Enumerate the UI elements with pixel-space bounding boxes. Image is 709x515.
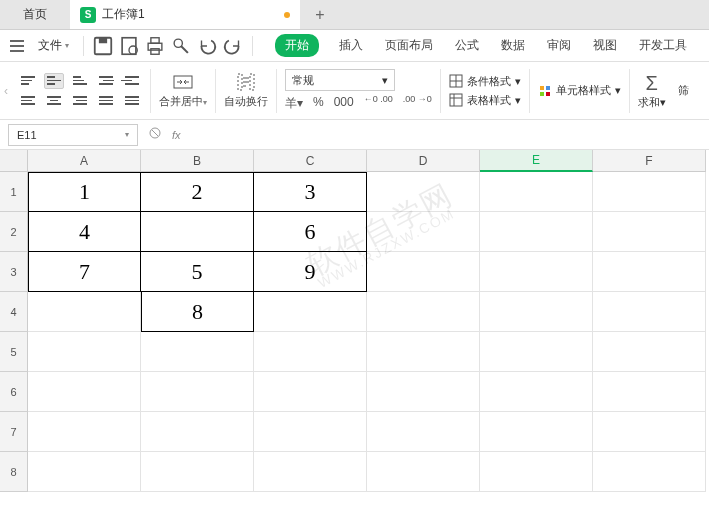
cell-e1[interactable] bbox=[480, 172, 593, 212]
cell-b5[interactable] bbox=[141, 332, 254, 372]
cell-c5[interactable] bbox=[254, 332, 367, 372]
wrap-text-button[interactable]: 自动换行 bbox=[216, 68, 276, 113]
cell-f2[interactable] bbox=[593, 212, 706, 252]
menu-tab-layout[interactable]: 页面布局 bbox=[383, 33, 435, 58]
decrease-decimal-button[interactable]: ←0 .00 bbox=[364, 95, 393, 112]
select-all-corner[interactable] bbox=[0, 150, 28, 172]
cell-f3[interactable] bbox=[593, 252, 706, 292]
row-header-5[interactable]: 5 bbox=[0, 332, 28, 372]
cell-a1[interactable]: 1 bbox=[28, 172, 141, 212]
cell-b2[interactable] bbox=[141, 212, 254, 252]
decrease-indent-icon[interactable] bbox=[96, 73, 116, 89]
fx-icon[interactable]: fx bbox=[172, 129, 181, 141]
align-right-icon[interactable] bbox=[70, 93, 90, 109]
autosum-button[interactable]: Σ 求和▾ bbox=[630, 68, 674, 114]
cell-f7[interactable] bbox=[593, 412, 706, 452]
menu-tab-insert[interactable]: 插入 bbox=[337, 33, 365, 58]
cell-f8[interactable] bbox=[593, 452, 706, 492]
menu-tab-view[interactable]: 视图 bbox=[591, 33, 619, 58]
file-menu[interactable]: 文件 ▾ bbox=[32, 33, 75, 58]
cell-e6[interactable] bbox=[480, 372, 593, 412]
cell-d7[interactable] bbox=[367, 412, 480, 452]
cell-b1[interactable]: 2 bbox=[141, 172, 254, 212]
cell-e7[interactable] bbox=[480, 412, 593, 452]
formula-input[interactable] bbox=[191, 124, 701, 146]
cell-c7[interactable] bbox=[254, 412, 367, 452]
cell-c2[interactable]: 6 bbox=[254, 212, 367, 252]
cell-a3[interactable]: 7 bbox=[28, 252, 141, 292]
col-header-f[interactable]: F bbox=[593, 150, 706, 172]
align-left-icon[interactable] bbox=[18, 93, 38, 109]
number-format-select[interactable]: 常规 ▾ bbox=[285, 69, 395, 91]
row-header-3[interactable]: 3 bbox=[0, 252, 28, 292]
cell-e4[interactable] bbox=[480, 292, 593, 332]
redo-icon[interactable] bbox=[222, 35, 244, 57]
cell-e8[interactable] bbox=[480, 452, 593, 492]
cell-a2[interactable]: 4 bbox=[28, 212, 141, 252]
cell-c4[interactable] bbox=[254, 292, 367, 332]
row-header-7[interactable]: 7 bbox=[0, 412, 28, 452]
cell-a5[interactable] bbox=[28, 332, 141, 372]
cell-c1[interactable]: 3 bbox=[254, 172, 367, 212]
row-header-6[interactable]: 6 bbox=[0, 372, 28, 412]
menu-tab-developer[interactable]: 开发工具 bbox=[637, 33, 689, 58]
save-icon[interactable] bbox=[92, 35, 114, 57]
cell-d2[interactable] bbox=[367, 212, 480, 252]
cell-c8[interactable] bbox=[254, 452, 367, 492]
row-header-1[interactable]: 1 bbox=[0, 172, 28, 212]
merge-center-button[interactable]: 合并居中▾ bbox=[151, 68, 215, 113]
cell-b4[interactable]: 8 bbox=[141, 292, 254, 332]
cell-c6[interactable] bbox=[254, 372, 367, 412]
row-header-2[interactable]: 2 bbox=[0, 212, 28, 252]
cell-b8[interactable] bbox=[141, 452, 254, 492]
cell-a4[interactable] bbox=[28, 292, 141, 332]
cell-f5[interactable] bbox=[593, 332, 706, 372]
row-header-8[interactable]: 8 bbox=[0, 452, 28, 492]
col-header-b[interactable]: B bbox=[141, 150, 254, 172]
print-icon[interactable] bbox=[144, 35, 166, 57]
print-preview-icon[interactable] bbox=[118, 35, 140, 57]
menu-tab-formula[interactable]: 公式 bbox=[453, 33, 481, 58]
cell-e5[interactable] bbox=[480, 332, 593, 372]
cell-d5[interactable] bbox=[367, 332, 480, 372]
menu-tab-start[interactable]: 开始 bbox=[275, 34, 319, 57]
tab-home[interactable]: 首页 bbox=[0, 0, 70, 29]
cell-a8[interactable] bbox=[28, 452, 141, 492]
undo-icon[interactable] bbox=[196, 35, 218, 57]
cell-a6[interactable] bbox=[28, 372, 141, 412]
cell-e3[interactable] bbox=[480, 252, 593, 292]
distribute-icon[interactable] bbox=[122, 93, 142, 109]
align-bottom-icon[interactable] bbox=[70, 73, 90, 89]
cell-c3[interactable]: 9 bbox=[254, 252, 367, 292]
filter-button[interactable]: 筛 bbox=[674, 79, 693, 102]
cell-f1[interactable] bbox=[593, 172, 706, 212]
conditional-format-button[interactable]: 条件格式▾ bbox=[449, 74, 521, 89]
hamburger-icon[interactable] bbox=[6, 36, 28, 56]
cancel-icon[interactable] bbox=[148, 126, 162, 143]
percent-button[interactable]: % bbox=[313, 95, 324, 112]
cell-d4[interactable] bbox=[367, 292, 480, 332]
cell-style-button[interactable]: 单元格样式▾ bbox=[530, 79, 629, 102]
cell-e2[interactable] bbox=[480, 212, 593, 252]
menu-tab-data[interactable]: 数据 bbox=[499, 33, 527, 58]
comma-button[interactable]: 000 bbox=[334, 95, 354, 112]
format-painter-icon[interactable] bbox=[170, 35, 192, 57]
currency-button[interactable]: 羊▾ bbox=[285, 95, 303, 112]
new-tab-button[interactable]: + bbox=[300, 0, 340, 29]
align-middle-icon[interactable] bbox=[44, 73, 64, 89]
cell-f4[interactable] bbox=[593, 292, 706, 332]
increase-decimal-button[interactable]: .00 →0 bbox=[403, 95, 432, 112]
menu-tab-review[interactable]: 审阅 bbox=[545, 33, 573, 58]
col-header-c[interactable]: C bbox=[254, 150, 367, 172]
name-box[interactable]: E11 ▾ bbox=[8, 124, 138, 146]
cell-d3[interactable] bbox=[367, 252, 480, 292]
cell-b3[interactable]: 5 bbox=[141, 252, 254, 292]
col-header-e[interactable]: E bbox=[480, 150, 593, 172]
table-style-button[interactable]: 表格样式▾ bbox=[449, 93, 521, 108]
cell-b6[interactable] bbox=[141, 372, 254, 412]
cell-d8[interactable] bbox=[367, 452, 480, 492]
cell-d1[interactable] bbox=[367, 172, 480, 212]
justify-icon[interactable] bbox=[96, 93, 116, 109]
cell-d6[interactable] bbox=[367, 372, 480, 412]
align-center-icon[interactable] bbox=[44, 93, 64, 109]
